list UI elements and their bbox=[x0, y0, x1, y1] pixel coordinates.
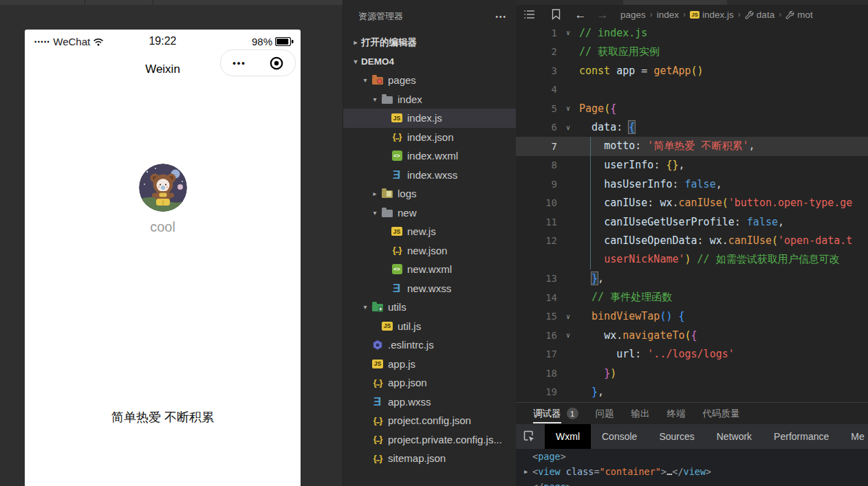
tree-item-new.wxss[interactable]: Enew.wxss bbox=[343, 279, 517, 298]
code-line-2[interactable]: 2// 获取应用实例 bbox=[516, 43, 868, 62]
expand-arrow-icon[interactable]: ▸ bbox=[350, 38, 361, 46]
code-line-4[interactable]: 4 bbox=[516, 80, 868, 100]
tree-item-index.wxss[interactable]: Eindex.wxss bbox=[343, 166, 517, 185]
code-line-wrap[interactable]: userNickName') // 如需尝试获取用户信息可改 bbox=[516, 250, 868, 269]
tree-item-app.wxss[interactable]: Eapp.wxss bbox=[343, 393, 517, 412]
code-line-17[interactable]: 17 url: '../logs/logs' bbox=[516, 345, 868, 364]
code-line-10[interactable]: 10 canIUse: wx.canIUse('button.open-type… bbox=[516, 194, 868, 213]
tree-item-index.json[interactable]: {..}index.json bbox=[343, 128, 517, 147]
phone-simulator: ••••• WeChat 19:22 98% Weixin ••• bbox=[25, 30, 301, 486]
fold-arrow-icon[interactable]: ∨ bbox=[560, 313, 576, 320]
devtools-tab-wxml[interactable]: Wxml bbox=[545, 424, 591, 449]
code-line-13[interactable]: 13 }, bbox=[516, 269, 868, 289]
tree-item-demo4[interactable]: ▾DEMO4 bbox=[343, 52, 517, 71]
capsule-menu[interactable]: ••• bbox=[220, 49, 296, 76]
devtools-tab-me[interactable]: Me bbox=[840, 424, 868, 449]
bookmark-icon[interactable] bbox=[549, 8, 563, 21]
tree-item-app.js[interactable]: JSapp.js bbox=[343, 355, 517, 374]
tree-item-pages[interactable]: ▾pages bbox=[343, 71, 517, 90]
wxss-icon: E bbox=[390, 168, 404, 181]
panel-tab-调试器[interactable]: 调试器 bbox=[533, 403, 561, 424]
wxml-inspector[interactable]: <page>▶<view class="container">…</view><… bbox=[516, 449, 868, 486]
expand-arrow-icon[interactable]: ▸ bbox=[369, 190, 380, 197]
devtools-tab-sources[interactable]: Sources bbox=[648, 424, 705, 449]
file-tree: ▸打开的编辑器▾DEMO4▾pages▾indexJSindex.js{..}i… bbox=[343, 33, 517, 468]
code-line-1[interactable]: 1∨// index.js bbox=[516, 23, 868, 43]
tree-item-utils[interactable]: ▾utils bbox=[343, 298, 517, 317]
tree-item-label: utils bbox=[388, 301, 406, 313]
breadcrumb-item-data[interactable]: data bbox=[745, 10, 774, 20]
tree-item-index.js[interactable]: JSindex.js bbox=[343, 109, 517, 128]
code-line-14[interactable]: 14 // 事件处理函数 bbox=[516, 288, 868, 307]
wxml-node-2[interactable]: </page> bbox=[516, 479, 868, 486]
fold-arrow-icon[interactable]: ∨ bbox=[560, 124, 576, 131]
outline-list-icon[interactable] bbox=[523, 8, 536, 21]
breadcrumb-item-pages[interactable]: pages bbox=[620, 10, 646, 20]
node-expander-icon[interactable]: ▶ bbox=[524, 468, 531, 475]
more-icon[interactable]: ••• bbox=[221, 58, 258, 68]
code-line-19[interactable]: 19 }, bbox=[516, 383, 868, 402]
fold-arrow-icon[interactable]: ∨ bbox=[560, 104, 576, 112]
code-line-5[interactable]: 5∨Page({ bbox=[516, 99, 868, 118]
panel-tab-终端[interactable]: 终端 bbox=[667, 403, 686, 424]
breadcrumb-item-mot[interactable]: mot bbox=[785, 10, 813, 20]
tree-item-project.private.config.js...[interactable]: {..}project.private.config.js... bbox=[343, 430, 517, 450]
code-line-15[interactable]: 15∨ bindViewTap() { bbox=[516, 307, 868, 327]
bracket-pair-guide bbox=[590, 137, 591, 269]
devtools-tab-console[interactable]: Console bbox=[591, 424, 648, 449]
expand-arrow-icon[interactable]: ▾ bbox=[350, 58, 361, 65]
code-line-12[interactable]: 12 canIUseOpenData: wx.canIUse('open-dat… bbox=[516, 232, 868, 251]
expand-arrow-icon[interactable]: ▾ bbox=[369, 96, 380, 103]
code-line-18[interactable]: 18 }) bbox=[516, 364, 868, 383]
line-number: 4 bbox=[516, 84, 560, 95]
breadcrumb-item-index.js[interactable]: JSindex.js bbox=[690, 10, 734, 20]
devtools-tab-performance[interactable]: Performance bbox=[763, 424, 840, 449]
panel-tab-代码质量[interactable]: 代码质量 bbox=[703, 403, 740, 424]
panel-tab-输出[interactable]: 输出 bbox=[631, 403, 650, 424]
active-editor-tab[interactable] bbox=[623, 0, 727, 5]
code-line-8[interactable]: 8 userInfo: {}, bbox=[516, 156, 868, 175]
code-line-7[interactable]: 7 motto: '简单热爱 不断积累', bbox=[516, 137, 868, 156]
expand-arrow-icon[interactable]: ▾ bbox=[369, 209, 380, 217]
tree-item-new.json[interactable]: {..}new.json bbox=[343, 241, 517, 261]
tree-item-sitemap.json[interactable]: {..}sitemap.json bbox=[343, 449, 517, 468]
code-line-6[interactable]: 6∨ data: { bbox=[516, 118, 868, 137]
nav-back-icon[interactable]: ← bbox=[574, 8, 587, 21]
tree-item-new[interactable]: ▾new bbox=[343, 203, 517, 223]
js-icon: JS bbox=[380, 320, 394, 332]
expand-arrow-icon[interactable]: ▾ bbox=[360, 303, 371, 311]
inspect-element-icon[interactable] bbox=[523, 430, 535, 443]
code-area[interactable]: 1∨// index.js2// 获取应用实例3const app = getA… bbox=[516, 23, 868, 401]
fold-arrow-icon[interactable]: ∨ bbox=[560, 331, 576, 339]
tree-item-index.wxml[interactable]: <>index.wxml bbox=[343, 146, 517, 166]
user-nickname[interactable]: cool bbox=[25, 219, 301, 235]
code-line-16[interactable]: 16∨ wx.navigateTo({ bbox=[516, 326, 868, 345]
tree-item-new.wxml[interactable]: <>new.wxml bbox=[343, 260, 517, 279]
code-line-3[interactable]: 3const app = getApp() bbox=[516, 61, 868, 80]
explorer-more-icon[interactable]: ••• bbox=[495, 13, 507, 21]
nav-forward-icon[interactable]: → bbox=[596, 8, 609, 21]
wxml-node-1[interactable]: ▶<view class="container">…</view> bbox=[516, 464, 868, 479]
tree-item-logs[interactable]: ▸logs bbox=[343, 184, 517, 203]
code-text: // index.js bbox=[576, 27, 647, 39]
code-line-11[interactable]: 11 canIUseGetUserProfile: false, bbox=[516, 212, 868, 232]
fold-arrow-icon[interactable]: ∨ bbox=[560, 29, 576, 36]
panel-tab-问题[interactable]: 问题 bbox=[596, 403, 614, 424]
tree-item-project.config.json[interactable]: {..}project.config.json bbox=[343, 411, 517, 430]
code-line-9[interactable]: 9 hasUserInfo: false, bbox=[516, 175, 868, 194]
eslint-icon bbox=[371, 339, 384, 351]
tree-item-app.json[interactable]: {..}app.json bbox=[343, 373, 517, 393]
wxml-node-0[interactable]: <page> bbox=[516, 449, 868, 464]
tree-item-new.js[interactable]: JSnew.js bbox=[343, 222, 517, 241]
motto-text[interactable]: 简单热爱 不断积累 bbox=[25, 409, 301, 426]
tree-item-index[interactable]: ▾index bbox=[343, 90, 517, 109]
exit-target-icon[interactable] bbox=[258, 56, 295, 71]
tree-item-util.js[interactable]: JSutil.js bbox=[343, 317, 517, 336]
tree-item--[interactable]: ▸打开的编辑器 bbox=[343, 33, 517, 52]
devtools-tab-network[interactable]: Network bbox=[706, 424, 763, 449]
breadcrumb-item-index[interactable]: index bbox=[657, 10, 679, 20]
tree-item-.eslintrc.js[interactable]: .eslintrc.js bbox=[343, 335, 517, 355]
avatar[interactable] bbox=[139, 164, 187, 212]
editor-tab-strip[interactable] bbox=[516, 0, 868, 5]
expand-arrow-icon[interactable]: ▾ bbox=[360, 76, 371, 84]
